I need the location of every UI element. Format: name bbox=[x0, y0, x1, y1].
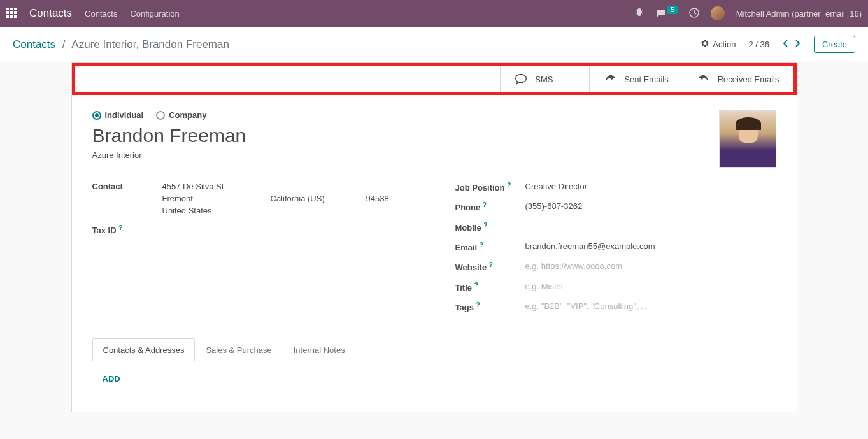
stat-button-row: SMS Sent Emails Received Emails bbox=[72, 63, 797, 95]
radio-unchecked-icon bbox=[156, 111, 165, 120]
job-position-field[interactable]: Creative Director bbox=[525, 179, 776, 191]
nav-contacts[interactable]: Contacts bbox=[85, 9, 117, 18]
svg-rect-5 bbox=[14, 11, 17, 14]
phone-field[interactable]: (355)-687-3262 bbox=[525, 199, 776, 211]
tabs: Contacts & Addresses Sales & Purchase In… bbox=[92, 338, 776, 361]
help-icon[interactable]: ? bbox=[476, 301, 480, 308]
svg-rect-7 bbox=[10, 15, 13, 18]
svg-rect-4 bbox=[10, 11, 13, 14]
mobile-field[interactable] bbox=[525, 219, 776, 222]
radio-company[interactable]: Company bbox=[156, 110, 206, 120]
message-badge: 5 bbox=[667, 6, 678, 14]
help-icon[interactable]: ? bbox=[489, 261, 493, 268]
user-avatar[interactable] bbox=[711, 6, 725, 20]
username[interactable]: Mitchell Admin (partner_email_16) bbox=[736, 9, 862, 18]
breadcrumb-root[interactable]: Contacts bbox=[13, 38, 55, 50]
tab-sales-purchase[interactable]: Sales & Purchase bbox=[195, 338, 282, 361]
label-title: Title ? bbox=[455, 279, 525, 292]
help-icon[interactable]: ? bbox=[480, 241, 483, 248]
create-button[interactable]: Create bbox=[814, 36, 855, 53]
help-icon[interactable]: ? bbox=[483, 222, 487, 229]
label-tags: Tags ? bbox=[455, 299, 525, 312]
pager[interactable]: 2 / 36 bbox=[748, 40, 769, 49]
pager-prev-icon[interactable] bbox=[782, 40, 790, 49]
nav-configuration[interactable]: Configuration bbox=[130, 9, 179, 18]
radio-individual[interactable]: Individual bbox=[92, 110, 144, 120]
tab-internal-notes[interactable]: Internal Notes bbox=[283, 338, 356, 361]
svg-rect-1 bbox=[10, 8, 13, 10]
label-website: Website ? bbox=[455, 259, 525, 272]
app-brand[interactable]: Contacts bbox=[29, 7, 72, 20]
label-tax-id: Tax ID ? bbox=[92, 222, 162, 235]
address-block[interactable]: 4557 De Silva St Fremont California (US)… bbox=[162, 179, 417, 215]
sent-emails-button[interactable]: Sent Emails bbox=[589, 66, 682, 92]
tags-field[interactable]: e.g. "B2B", "VIP", "Consulting", ... bbox=[525, 299, 776, 311]
bug-icon[interactable] bbox=[634, 8, 644, 20]
svg-rect-2 bbox=[14, 8, 17, 10]
breadcrumb: Contacts / Azure Interior, Brandon Freem… bbox=[13, 38, 229, 51]
received-emails-button[interactable]: Received Emails bbox=[683, 66, 793, 92]
svg-rect-0 bbox=[6, 8, 9, 10]
chat-icon bbox=[515, 73, 527, 85]
help-icon[interactable]: ? bbox=[483, 201, 487, 208]
gear-icon bbox=[701, 39, 709, 50]
help-icon[interactable]: ? bbox=[118, 224, 122, 231]
website-field[interactable]: e.g. https://www.odoo.com bbox=[525, 259, 776, 271]
svg-rect-3 bbox=[6, 11, 9, 14]
company-name[interactable]: Azure Interior bbox=[92, 150, 246, 160]
contact-name[interactable]: Brandon Freeman bbox=[92, 125, 246, 147]
breadcrumb-current: Azure Interior, Brandon Freeman bbox=[71, 38, 229, 50]
pager-next-icon[interactable] bbox=[793, 40, 801, 49]
form-sheet: SMS Sent Emails Received Emails Individu… bbox=[71, 62, 797, 412]
header-bar: Contacts / Azure Interior, Brandon Freem… bbox=[0, 27, 868, 62]
tab-contacts-addresses[interactable]: Contacts & Addresses bbox=[92, 338, 196, 361]
label-mobile: Mobile ? bbox=[455, 219, 525, 233]
title-field[interactable]: e.g. Mister bbox=[525, 279, 776, 291]
reply-icon bbox=[697, 73, 710, 85]
help-icon[interactable]: ? bbox=[507, 182, 511, 189]
tax-id-field[interactable] bbox=[162, 222, 417, 224]
action-button[interactable]: Action bbox=[701, 39, 736, 50]
sms-button[interactable]: SMS bbox=[500, 66, 589, 92]
svg-rect-8 bbox=[14, 15, 17, 18]
apps-icon[interactable] bbox=[6, 8, 17, 20]
messages-icon[interactable]: 5 bbox=[656, 8, 678, 18]
label-contact: Contact bbox=[92, 179, 162, 191]
help-icon[interactable]: ? bbox=[474, 282, 478, 289]
svg-rect-6 bbox=[6, 15, 9, 18]
share-icon bbox=[604, 73, 616, 85]
clock-icon[interactable] bbox=[689, 8, 699, 20]
label-job-position: Job Position ? bbox=[455, 179, 525, 192]
topbar: Contacts Contacts Configuration 5 Mitche… bbox=[0, 0, 868, 27]
email-field[interactable]: brandon.freeman55@example.com bbox=[525, 239, 776, 251]
radio-checked-icon bbox=[92, 111, 101, 120]
label-email: Email ? bbox=[455, 239, 525, 252]
contact-avatar[interactable] bbox=[719, 110, 776, 168]
add-button[interactable]: ADD bbox=[103, 374, 120, 384]
label-phone: Phone ? bbox=[455, 199, 525, 212]
